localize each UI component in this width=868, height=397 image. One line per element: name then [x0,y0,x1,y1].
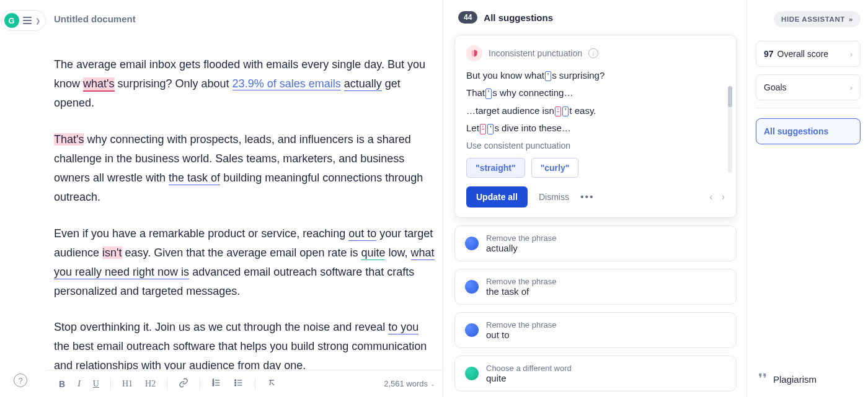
shield-icon [466,45,482,61]
editor-body[interactable]: The average email inbox gets flooded wit… [46,24,443,370]
bold-button[interactable]: B [54,377,70,391]
suggestion-card[interactable]: Remove the phrase actually [454,225,737,261]
more-options-icon[interactable]: ••• [580,191,595,203]
link-button[interactable] [174,375,193,393]
scrollbar-thumb[interactable] [728,86,732,107]
separator [756,108,861,108]
paragraph[interactable]: Even if you have a remarkable product or… [54,224,435,301]
suggestion-card-expanded[interactable]: Inconsistent punctuation i But you know … [454,35,737,218]
option-curly-button[interactable]: "curly" [531,158,579,178]
clarity-icon [465,323,479,337]
clear-format-button[interactable] [262,375,281,393]
card-value: out to [486,329,556,340]
clarity-icon [465,237,479,250]
svg-point-9 [235,380,236,381]
flagged-word[interactable]: That's [54,133,84,146]
snippet: But you know what's surprising? [466,70,725,81]
clarity-icon [465,280,479,294]
suggestion-count-badge: 44 [458,11,477,24]
goals-card[interactable]: Goals › [756,74,861,100]
snippet: That's why connecting… [466,87,725,98]
plagiarism-button[interactable]: ❜❜ Plagiarism [758,372,817,386]
chevron-down-icon: ⌄ [430,381,435,387]
card-label: Remove the phrase [486,320,556,329]
bullet-list-button[interactable] [229,375,249,393]
card-label: Inconsistent punctuation [489,48,582,58]
suggestions-title: All suggestions [484,12,553,23]
next-suggestion-button[interactable]: › [722,191,725,203]
paragraph[interactable]: Stop overthinking it. Join us as we cut … [54,318,435,370]
document-title[interactable]: Untitled document [46,0,443,24]
paragraph[interactable]: That's why connecting with prospects, le… [54,130,435,207]
card-label: Remove the phrase [486,233,556,243]
flagged-word[interactable]: what's [83,77,114,92]
h2-button[interactable]: H2 [140,377,161,391]
card-value: actually [486,243,556,253]
engagement-icon [465,367,479,380]
paragraph[interactable]: The average email inbox gets flooded wit… [54,55,435,113]
flagged-word[interactable]: isn't [102,246,122,259]
goals-label: Goals [764,82,787,92]
quote-icon: ❜❜ [758,372,767,386]
separator [167,378,167,390]
info-icon[interactable]: i [588,48,598,58]
text: Even if you have a remarkable product or… [54,227,348,240]
score-label: Overall score [777,49,828,59]
separator [255,378,255,390]
score-number: 97 [764,49,777,59]
text: surprising? Only about [115,77,232,90]
chevron-right-icon: › [850,50,852,59]
suggestions-header: 44 All suggestions [454,11,737,24]
flagged-word[interactable]: quite [361,246,385,260]
suggestion-card[interactable]: Remove the phrase out to [454,312,737,348]
dismiss-button[interactable]: Dismiss [539,192,569,202]
svg-text:3: 3 [213,383,214,386]
update-all-button[interactable]: Update all [466,186,528,207]
all-suggestions-label: All suggestions [764,126,828,136]
hint-text: Use consistent punctuation [466,141,725,151]
suggestion-card[interactable]: Choose a different word quite [454,356,737,391]
help-icon[interactable]: ? [14,373,27,387]
suggestion-card[interactable]: Remove the phrase the task of [454,269,737,305]
hide-assistant-button[interactable]: HIDE ASSISTANT » [774,11,861,27]
snippet: …target audience isn''t easy. [466,105,725,116]
menu-icon [22,17,33,24]
word-count[interactable]: 2,561 words ⌄ [384,379,435,388]
text [341,77,344,90]
app-menu-pill[interactable]: G ❯ [1,10,46,31]
card-value: the task of [486,286,556,297]
snippet: Let''s dive into these… [466,123,725,134]
text: low, [385,246,410,259]
hide-assistant-label: HIDE ASSISTANT [781,15,845,23]
prev-suggestion-button[interactable]: ‹ [709,191,712,203]
separator [110,378,111,390]
plagiarism-label: Plagiarism [773,374,817,385]
link[interactable]: 23.9% of sales emails [232,77,341,90]
flagged-word[interactable]: actually [344,77,382,91]
all-suggestions-tab[interactable]: All suggestions [756,118,861,144]
h1-button[interactable]: H1 [117,377,138,391]
flagged-phrase[interactable]: out to [348,227,376,241]
chevron-right-icon: › [850,83,852,92]
option-straight-button[interactable]: "straight" [466,158,525,178]
svg-point-11 [235,385,236,386]
svg-point-10 [235,382,236,383]
chevron-right-icon: ❯ [35,17,40,24]
chevrons-right-icon: » [849,15,853,23]
separator [200,378,200,390]
card-label: Choose a different word [486,364,572,373]
format-toolbar: B I U H1 H2 123 2,561 words ⌄ [46,370,443,397]
underline-button[interactable]: U [88,377,104,391]
card-label: Remove the phrase [486,277,556,286]
flagged-phrase[interactable]: the task of [169,172,220,185]
flagged-phrase[interactable]: to you [388,321,418,334]
grammarly-logo-icon: G [4,13,19,28]
word-count-label: 2,561 words [384,379,428,388]
card-value: quite [486,373,572,383]
text: the best email outreach software that he… [54,340,427,370]
italic-button[interactable]: I [73,377,86,391]
numbered-list-button[interactable]: 123 [206,375,226,393]
text: easy. Given that the average email open … [122,246,361,259]
text: Stop overthinking it. Join us as we cut … [54,321,388,333]
overall-score-card[interactable]: 97Overall score › [756,41,861,67]
